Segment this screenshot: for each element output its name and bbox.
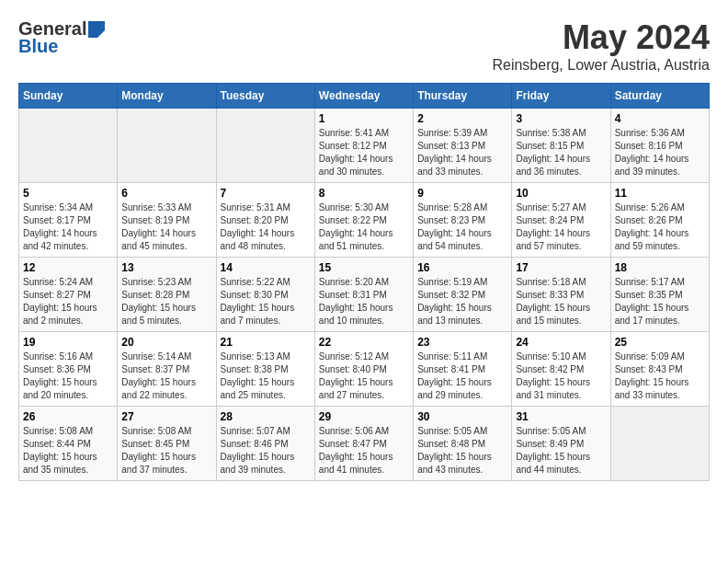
day-number: 5 — [23, 187, 113, 200]
day-info: Sunrise: 5:33 AM Sunset: 8:19 PM Dayligh… — [121, 201, 211, 253]
calendar-cell: 24Sunrise: 5:10 AM Sunset: 8:42 PM Dayli… — [512, 332, 610, 407]
day-number: 27 — [121, 410, 211, 423]
day-info: Sunrise: 5:09 AM Sunset: 8:43 PM Dayligh… — [615, 350, 705, 402]
calendar-cell — [118, 109, 216, 183]
day-info: Sunrise: 5:39 AM Sunset: 8:13 PM Dayligh… — [417, 127, 507, 178]
day-number: 16 — [417, 261, 507, 274]
calendar-cell: 9Sunrise: 5:28 AM Sunset: 8:23 PM Daylig… — [414, 183, 512, 258]
calendar-cell: 15Sunrise: 5:20 AM Sunset: 8:31 PM Dayli… — [314, 258, 413, 332]
header-day-monday: Monday — [118, 84, 216, 109]
page-title: May 2024 — [492, 18, 710, 57]
day-info: Sunrise: 5:28 AM Sunset: 8:23 PM Dayligh… — [417, 201, 507, 253]
calendar-cell: 5Sunrise: 5:34 AM Sunset: 8:17 PM Daylig… — [19, 183, 118, 258]
calendar-cell: 23Sunrise: 5:11 AM Sunset: 8:41 PM Dayli… — [414, 332, 512, 407]
day-number: 19 — [23, 336, 113, 349]
day-info: Sunrise: 5:20 AM Sunset: 8:31 PM Dayligh… — [319, 276, 409, 327]
day-number: 6 — [121, 187, 211, 200]
calendar-cell: 4Sunrise: 5:36 AM Sunset: 8:16 PM Daylig… — [610, 109, 709, 183]
day-number: 28 — [221, 410, 311, 423]
header-day-friday: Friday — [512, 84, 610, 109]
day-number: 10 — [516, 187, 606, 200]
day-number: 18 — [615, 261, 705, 274]
header-day-thursday: Thursday — [414, 84, 512, 109]
page-header: General Blue May 2024 Reinsberg, Lower A… — [18, 18, 710, 74]
week-row-2: 5Sunrise: 5:34 AM Sunset: 8:17 PM Daylig… — [19, 183, 710, 258]
calendar-cell: 26Sunrise: 5:08 AM Sunset: 8:44 PM Dayli… — [19, 407, 118, 481]
day-number: 2 — [417, 112, 507, 125]
logo-blue-text: Blue — [18, 36, 58, 57]
day-info: Sunrise: 5:05 AM Sunset: 8:49 PM Dayligh… — [516, 425, 606, 477]
day-info: Sunrise: 5:26 AM Sunset: 8:26 PM Dayligh… — [615, 201, 705, 253]
day-info: Sunrise: 5:07 AM Sunset: 8:46 PM Dayligh… — [221, 425, 311, 477]
day-info: Sunrise: 5:06 AM Sunset: 8:47 PM Dayligh… — [319, 425, 409, 477]
header-day-sunday: Sunday — [19, 84, 118, 109]
day-info: Sunrise: 5:12 AM Sunset: 8:40 PM Dayligh… — [319, 350, 409, 402]
day-info: Sunrise: 5:17 AM Sunset: 8:35 PM Dayligh… — [615, 276, 705, 327]
day-number: 8 — [319, 187, 409, 200]
calendar-cell: 31Sunrise: 5:05 AM Sunset: 8:49 PM Dayli… — [512, 407, 610, 481]
day-number: 22 — [319, 336, 409, 349]
day-number: 20 — [121, 336, 211, 349]
day-info: Sunrise: 5:08 AM Sunset: 8:44 PM Dayligh… — [23, 425, 113, 477]
day-info: Sunrise: 5:14 AM Sunset: 8:37 PM Dayligh… — [121, 350, 211, 402]
calendar-cell: 16Sunrise: 5:19 AM Sunset: 8:32 PM Dayli… — [414, 258, 512, 332]
calendar-cell: 20Sunrise: 5:14 AM Sunset: 8:37 PM Dayli… — [118, 332, 216, 407]
week-row-1: 1Sunrise: 5:41 AM Sunset: 8:12 PM Daylig… — [19, 109, 710, 183]
calendar-cell: 3Sunrise: 5:38 AM Sunset: 8:15 PM Daylig… — [512, 109, 610, 183]
day-info: Sunrise: 5:36 AM Sunset: 8:16 PM Dayligh… — [615, 127, 705, 178]
calendar-cell: 27Sunrise: 5:08 AM Sunset: 8:45 PM Dayli… — [118, 407, 216, 481]
week-row-3: 12Sunrise: 5:24 AM Sunset: 8:27 PM Dayli… — [19, 258, 710, 332]
day-info: Sunrise: 5:05 AM Sunset: 8:48 PM Dayligh… — [417, 425, 507, 477]
week-row-4: 19Sunrise: 5:16 AM Sunset: 8:36 PM Dayli… — [19, 332, 710, 407]
day-number: 3 — [516, 112, 606, 125]
day-number: 7 — [221, 187, 311, 200]
day-info: Sunrise: 5:16 AM Sunset: 8:36 PM Dayligh… — [23, 350, 113, 402]
day-info: Sunrise: 5:18 AM Sunset: 8:33 PM Dayligh… — [516, 276, 606, 327]
day-number: 29 — [319, 410, 409, 423]
day-info: Sunrise: 5:24 AM Sunset: 8:27 PM Dayligh… — [23, 276, 113, 327]
calendar-cell: 17Sunrise: 5:18 AM Sunset: 8:33 PM Dayli… — [512, 258, 610, 332]
calendar-cell: 6Sunrise: 5:33 AM Sunset: 8:19 PM Daylig… — [118, 183, 216, 258]
day-info: Sunrise: 5:23 AM Sunset: 8:28 PM Dayligh… — [121, 276, 211, 327]
day-info: Sunrise: 5:11 AM Sunset: 8:41 PM Dayligh… — [417, 350, 507, 402]
calendar-cell: 8Sunrise: 5:30 AM Sunset: 8:22 PM Daylig… — [314, 183, 413, 258]
calendar-cell: 10Sunrise: 5:27 AM Sunset: 8:24 PM Dayli… — [512, 183, 610, 258]
day-number: 15 — [319, 261, 409, 274]
day-number: 9 — [417, 187, 507, 200]
svg-marker-0 — [88, 21, 105, 38]
calendar-cell: 19Sunrise: 5:16 AM Sunset: 8:36 PM Dayli… — [19, 332, 118, 407]
day-number: 13 — [121, 261, 211, 274]
calendar-cell: 7Sunrise: 5:31 AM Sunset: 8:20 PM Daylig… — [216, 183, 314, 258]
day-number: 31 — [516, 410, 606, 423]
header-row: SundayMondayTuesdayWednesdayThursdayFrid… — [19, 84, 710, 109]
day-info: Sunrise: 5:31 AM Sunset: 8:20 PM Dayligh… — [221, 201, 311, 253]
calendar-cell: 29Sunrise: 5:06 AM Sunset: 8:47 PM Dayli… — [314, 407, 413, 481]
day-info: Sunrise: 5:22 AM Sunset: 8:30 PM Dayligh… — [221, 276, 311, 327]
logo-icon — [88, 21, 105, 38]
day-number: 23 — [417, 336, 507, 349]
calendar-cell: 30Sunrise: 5:05 AM Sunset: 8:48 PM Dayli… — [414, 407, 512, 481]
calendar-cell: 11Sunrise: 5:26 AM Sunset: 8:26 PM Dayli… — [610, 183, 709, 258]
calendar-body: 1Sunrise: 5:41 AM Sunset: 8:12 PM Daylig… — [19, 109, 710, 481]
day-number: 21 — [221, 336, 311, 349]
calendar-cell: 14Sunrise: 5:22 AM Sunset: 8:30 PM Dayli… — [216, 258, 314, 332]
day-info: Sunrise: 5:30 AM Sunset: 8:22 PM Dayligh… — [319, 201, 409, 253]
day-number: 4 — [615, 112, 705, 125]
calendar-header: SundayMondayTuesdayWednesdayThursdayFrid… — [19, 84, 710, 109]
calendar-cell — [19, 109, 118, 183]
header-day-wednesday: Wednesday — [314, 84, 413, 109]
day-number: 25 — [615, 336, 705, 349]
calendar-cell: 2Sunrise: 5:39 AM Sunset: 8:13 PM Daylig… — [414, 109, 512, 183]
calendar-cell: 22Sunrise: 5:12 AM Sunset: 8:40 PM Dayli… — [314, 332, 413, 407]
day-number: 24 — [516, 336, 606, 349]
calendar-cell: 12Sunrise: 5:24 AM Sunset: 8:27 PM Dayli… — [19, 258, 118, 332]
calendar-cell — [216, 109, 314, 183]
header-day-tuesday: Tuesday — [216, 84, 314, 109]
day-number: 12 — [23, 261, 113, 274]
day-info: Sunrise: 5:10 AM Sunset: 8:42 PM Dayligh… — [516, 350, 606, 402]
day-number: 14 — [221, 261, 311, 274]
day-number: 1 — [319, 112, 409, 125]
header-day-saturday: Saturday — [610, 84, 709, 109]
day-info: Sunrise: 5:34 AM Sunset: 8:17 PM Dayligh… — [23, 201, 113, 253]
day-info: Sunrise: 5:41 AM Sunset: 8:12 PM Dayligh… — [319, 127, 409, 178]
